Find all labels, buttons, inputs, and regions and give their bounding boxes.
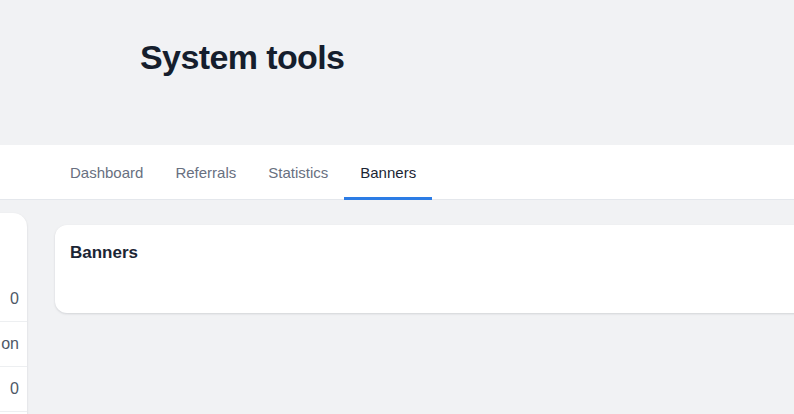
row-value: 0 <box>10 380 19 398</box>
left-panel-spacer <box>0 213 27 277</box>
tab-dashboard-label: Dashboard <box>70 164 143 181</box>
tab-banners[interactable]: Banners <box>344 145 432 199</box>
tab-banners-label: Banners <box>360 164 416 181</box>
page-title: System tools <box>140 40 794 76</box>
tab-dashboard[interactable]: Dashboard <box>54 145 159 199</box>
table-row: 0 <box>0 367 27 412</box>
table-row: on <box>0 322 27 367</box>
page-header: System tools <box>0 0 794 145</box>
left-panel-card: 0 on 0 <box>0 213 27 414</box>
banners-card-title: Banners <box>70 243 794 263</box>
banners-card: Banners <box>55 225 794 313</box>
row-value: on <box>1 335 19 353</box>
tab-statistics[interactable]: Statistics <box>252 145 344 199</box>
tab-referrals-label: Referrals <box>175 164 236 181</box>
content-area: 0 on 0 Banners <box>0 200 794 414</box>
table-row: 0 <box>0 277 27 322</box>
tab-bar: Dashboard Referrals Statistics Banners <box>0 145 794 200</box>
tab-referrals[interactable]: Referrals <box>159 145 252 199</box>
tab-statistics-label: Statistics <box>268 164 328 181</box>
row-value: 0 <box>10 290 19 308</box>
